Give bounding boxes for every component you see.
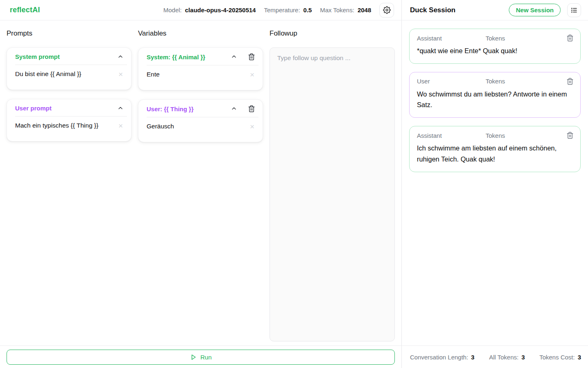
close-icon: × bbox=[250, 122, 254, 131]
system-variable-collapse-button[interactable] bbox=[231, 54, 237, 60]
prompts-column: Prompts System prompt Du bist eine {{ An… bbox=[7, 26, 131, 341]
max-tokens-value: 2048 bbox=[358, 7, 371, 13]
session-panel: Duck Session New Session Assistant Token… bbox=[402, 0, 588, 368]
system-variable-card-header: System: {{ Animal }} bbox=[138, 48, 263, 65]
user-variable-collapse-button[interactable] bbox=[231, 105, 237, 112]
trash-icon bbox=[566, 34, 574, 42]
conversation-length-value: 3 bbox=[471, 354, 474, 361]
chevron-up-icon bbox=[117, 54, 124, 60]
message-role: Assistant bbox=[417, 35, 442, 42]
clear-system-prompt-button[interactable]: × bbox=[118, 70, 124, 78]
message-tokens-label: Tokens bbox=[486, 35, 505, 42]
gear-icon bbox=[383, 6, 391, 14]
clear-user-variable-button[interactable]: × bbox=[249, 123, 255, 130]
user-message-card: User Tokens Wo schwimmst du am liebsten?… bbox=[409, 72, 581, 118]
message-role: Assistant bbox=[417, 132, 442, 139]
message-text: *quakt wie eine Ente* Quak quak! bbox=[417, 45, 574, 56]
close-icon: × bbox=[118, 70, 123, 79]
top-bar: reflectAI Model: claude-opus-4-20250514 … bbox=[0, 0, 401, 20]
chevron-up-icon bbox=[231, 105, 237, 112]
user-variable-card-header: User: {{ Thing }} bbox=[138, 100, 263, 117]
trash-icon bbox=[566, 78, 574, 85]
run-bar: Run bbox=[0, 346, 401, 368]
delete-message-button[interactable] bbox=[566, 34, 574, 42]
run-button[interactable]: Run bbox=[7, 350, 395, 365]
max-tokens-label: Max Tokens: bbox=[320, 7, 354, 13]
message-text: Wo schwimmst du am liebsten? Antworte in… bbox=[417, 89, 574, 110]
variables-title: Variables bbox=[138, 29, 263, 38]
message-role: User bbox=[417, 78, 430, 85]
system-prompt-text[interactable]: Du bist eine {{ Animal }} bbox=[15, 70, 118, 78]
message-tokens-label: Tokens bbox=[486, 132, 505, 139]
system-variable-card: System: {{ Animal }} Ente × bbox=[138, 47, 263, 90]
delete-message-button[interactable] bbox=[566, 132, 574, 139]
system-prompt-card-body: Du bist eine {{ Animal }} × bbox=[7, 65, 131, 90]
max-tokens-readout: Max Tokens: 2048 bbox=[320, 7, 371, 13]
clear-system-variable-button[interactable]: × bbox=[249, 71, 255, 79]
message-list: Assistant Tokens *quakt wie eine Ente* Q… bbox=[402, 20, 588, 346]
user-variable-value[interactable]: Geräusch bbox=[147, 123, 249, 130]
message-header: Assistant Tokens bbox=[417, 132, 574, 139]
clear-user-prompt-button[interactable]: × bbox=[118, 122, 124, 130]
conversation-length-stat: Conversation Length: 3 bbox=[410, 354, 474, 361]
user-variable-label: User: {{ Thing }} bbox=[147, 105, 220, 112]
all-tokens-stat: All Tokens: 3 bbox=[489, 354, 525, 361]
message-text: Ich schwimme am liebsten auf einem schön… bbox=[417, 143, 574, 164]
all-tokens-value: 3 bbox=[521, 354, 525, 361]
close-icon: × bbox=[250, 70, 254, 79]
system-prompt-card: System prompt Du bist eine {{ Animal }} … bbox=[7, 47, 131, 90]
conversation-length-label: Conversation Length: bbox=[410, 354, 468, 361]
delete-message-button[interactable] bbox=[566, 78, 574, 85]
user-variable-card: User: {{ Thing }} Geräusch × bbox=[138, 99, 263, 142]
system-prompt-card-header: System prompt bbox=[7, 48, 131, 65]
temperature-label: Temperature: bbox=[264, 7, 300, 13]
model-label: Model: bbox=[163, 7, 182, 13]
app-logo: reflectAI bbox=[10, 6, 40, 14]
workspace-columns: Prompts System prompt Du bist eine {{ An… bbox=[0, 20, 401, 346]
message-header: User Tokens bbox=[417, 78, 574, 85]
all-tokens-label: All Tokens: bbox=[489, 354, 519, 361]
tokens-cost-value: 3 bbox=[578, 354, 581, 361]
assistant-message-card: Assistant Tokens *quakt wie eine Ente* Q… bbox=[409, 29, 581, 64]
user-prompt-text[interactable]: Mach ein typisches {{ Thing }} bbox=[15, 122, 118, 129]
user-prompt-label: User prompt bbox=[15, 105, 107, 112]
system-variable-card-body: Ente × bbox=[138, 65, 263, 90]
run-button-label: Run bbox=[200, 354, 212, 361]
followup-input[interactable] bbox=[270, 47, 395, 341]
assistant-message-card: Assistant Tokens Ich schwimme am liebste… bbox=[409, 126, 581, 172]
message-header: Assistant Tokens bbox=[417, 34, 574, 42]
message-tokens-label: Tokens bbox=[486, 78, 505, 85]
close-icon: × bbox=[118, 121, 123, 130]
main-panel: reflectAI Model: claude-opus-4-20250514 … bbox=[0, 0, 402, 368]
trash-icon bbox=[248, 105, 255, 112]
system-variable-label: System: {{ Animal }} bbox=[147, 54, 220, 61]
system-variable-value[interactable]: Ente bbox=[147, 71, 249, 78]
app-root: reflectAI Model: claude-opus-4-20250514 … bbox=[0, 0, 588, 368]
followup-title: Followup bbox=[270, 29, 395, 38]
chevron-up-icon bbox=[117, 105, 124, 112]
temperature-readout: Temperature: 0.5 bbox=[264, 7, 312, 13]
trash-icon bbox=[248, 53, 255, 61]
play-icon bbox=[190, 354, 197, 361]
user-prompt-card-header: User prompt bbox=[7, 99, 131, 116]
delete-user-variable-button[interactable] bbox=[248, 105, 255, 112]
session-list-button[interactable] bbox=[567, 3, 581, 17]
system-prompt-label: System prompt bbox=[15, 53, 107, 60]
session-header: Duck Session New Session bbox=[402, 0, 588, 20]
user-variable-card-body: Geräusch × bbox=[138, 117, 263, 142]
variables-column: Variables System: {{ Animal }} Ente bbox=[138, 26, 263, 341]
user-prompt-card: User prompt Mach ein typisches {{ Thing … bbox=[7, 99, 131, 141]
model-value: claude-opus-4-20250514 bbox=[185, 7, 256, 13]
model-readout: Model: claude-opus-4-20250514 bbox=[163, 7, 256, 13]
system-prompt-collapse-button[interactable] bbox=[117, 54, 124, 60]
followup-column: Followup bbox=[270, 26, 395, 341]
delete-system-variable-button[interactable] bbox=[248, 53, 255, 61]
trash-icon bbox=[566, 132, 574, 139]
chevron-up-icon bbox=[231, 54, 237, 60]
model-settings-summary: Model: claude-opus-4-20250514 Temperatur… bbox=[163, 3, 394, 18]
user-prompt-card-body: Mach ein typisches {{ Thing }} × bbox=[7, 117, 131, 141]
session-title: Duck Session bbox=[410, 6, 502, 14]
settings-button[interactable] bbox=[379, 3, 394, 18]
new-session-button[interactable]: New Session bbox=[509, 4, 561, 16]
user-prompt-collapse-button[interactable] bbox=[117, 105, 124, 112]
